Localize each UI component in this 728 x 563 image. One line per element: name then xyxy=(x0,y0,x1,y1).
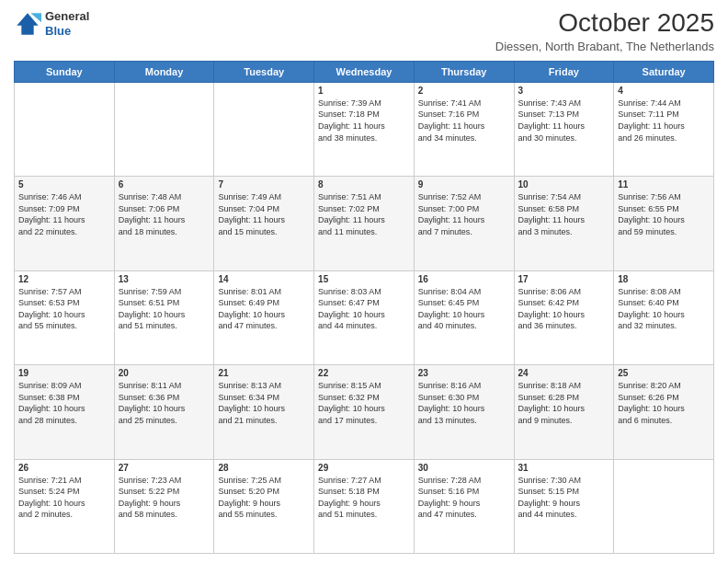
calendar-cell: 30Sunrise: 7:28 AM Sunset: 5:16 PM Dayli… xyxy=(414,459,514,553)
calendar-cell: 18Sunrise: 8:08 AM Sunset: 6:40 PM Dayli… xyxy=(614,270,714,364)
header: General Blue October 2025 Diessen, North… xyxy=(14,9,714,53)
day-content: Sunrise: 8:08 AM Sunset: 6:40 PM Dayligh… xyxy=(618,286,710,332)
calendar-cell: 15Sunrise: 8:03 AM Sunset: 6:47 PM Dayli… xyxy=(314,270,415,364)
day-content: Sunrise: 8:03 AM Sunset: 6:47 PM Dayligh… xyxy=(318,286,410,332)
calendar-cell: 7Sunrise: 7:49 AM Sunset: 7:04 PM Daylig… xyxy=(214,177,314,270)
day-content: Sunrise: 7:56 AM Sunset: 6:55 PM Dayligh… xyxy=(618,191,710,237)
calendar-cell xyxy=(114,82,214,176)
day-content: Sunrise: 8:16 AM Sunset: 6:30 PM Dayligh… xyxy=(418,380,510,426)
calendar-cell: 17Sunrise: 8:06 AM Sunset: 6:42 PM Dayli… xyxy=(514,270,614,364)
calendar-cell: 4Sunrise: 7:44 AM Sunset: 7:11 PM Daylig… xyxy=(614,82,714,176)
day-number: 4 xyxy=(618,86,710,96)
day-number: 3 xyxy=(518,86,610,96)
logo-text: General Blue xyxy=(45,9,89,38)
logo: General Blue xyxy=(14,9,89,38)
day-number: 11 xyxy=(618,179,710,190)
calendar: SundayMondayTuesdayWednesdayThursdayFrid… xyxy=(14,61,714,554)
calendar-cell xyxy=(614,459,714,553)
week-row-1: 1Sunrise: 7:39 AM Sunset: 7:18 PM Daylig… xyxy=(15,82,714,176)
weekday-header-row: SundayMondayTuesdayWednesdayThursdayFrid… xyxy=(15,61,714,82)
calendar-cell xyxy=(214,82,314,176)
day-number: 22 xyxy=(318,368,410,378)
day-number: 2 xyxy=(418,86,510,96)
day-number: 23 xyxy=(418,368,510,378)
day-content: Sunrise: 7:43 AM Sunset: 7:13 PM Dayligh… xyxy=(518,98,610,144)
week-row-4: 19Sunrise: 8:09 AM Sunset: 6:38 PM Dayli… xyxy=(15,365,714,459)
day-content: Sunrise: 7:48 AM Sunset: 7:06 PM Dayligh… xyxy=(119,191,210,237)
day-number: 21 xyxy=(218,368,310,378)
day-content: Sunrise: 7:51 AM Sunset: 7:02 PM Dayligh… xyxy=(318,191,410,237)
day-content: Sunrise: 7:28 AM Sunset: 5:16 PM Dayligh… xyxy=(418,475,510,521)
day-content: Sunrise: 8:04 AM Sunset: 6:45 PM Dayligh… xyxy=(418,286,510,332)
day-content: Sunrise: 7:21 AM Sunset: 5:24 PM Dayligh… xyxy=(18,475,110,521)
day-number: 14 xyxy=(218,274,310,284)
day-number: 8 xyxy=(318,179,410,190)
calendar-cell: 24Sunrise: 8:18 AM Sunset: 6:28 PM Dayli… xyxy=(514,365,614,459)
calendar-cell: 8Sunrise: 7:51 AM Sunset: 7:02 PM Daylig… xyxy=(314,177,415,270)
day-content: Sunrise: 7:41 AM Sunset: 7:16 PM Dayligh… xyxy=(418,98,510,144)
calendar-cell: 29Sunrise: 7:27 AM Sunset: 5:18 PM Dayli… xyxy=(314,459,415,553)
calendar-cell: 16Sunrise: 8:04 AM Sunset: 6:45 PM Dayli… xyxy=(414,270,514,364)
day-number: 20 xyxy=(119,368,210,378)
day-content: Sunrise: 8:13 AM Sunset: 6:34 PM Dayligh… xyxy=(218,380,310,426)
calendar-cell: 9Sunrise: 7:52 AM Sunset: 7:00 PM Daylig… xyxy=(414,177,514,270)
calendar-cell: 28Sunrise: 7:25 AM Sunset: 5:20 PM Dayli… xyxy=(214,459,314,553)
day-number: 1 xyxy=(318,86,410,96)
weekday-header-thursday: Thursday xyxy=(414,61,514,82)
day-number: 6 xyxy=(119,179,210,190)
calendar-cell: 27Sunrise: 7:23 AM Sunset: 5:22 PM Dayli… xyxy=(114,459,214,553)
calendar-cell: 22Sunrise: 8:15 AM Sunset: 6:32 PM Dayli… xyxy=(314,365,415,459)
calendar-cell xyxy=(15,82,115,176)
day-content: Sunrise: 7:59 AM Sunset: 6:51 PM Dayligh… xyxy=(119,286,210,332)
day-content: Sunrise: 7:52 AM Sunset: 7:00 PM Dayligh… xyxy=(418,191,510,237)
logo-line1: General xyxy=(45,9,89,24)
week-row-3: 12Sunrise: 7:57 AM Sunset: 6:53 PM Dayli… xyxy=(15,270,714,364)
day-number: 12 xyxy=(18,274,110,284)
day-content: Sunrise: 8:15 AM Sunset: 6:32 PM Dayligh… xyxy=(318,380,410,426)
weekday-header-wednesday: Wednesday xyxy=(314,61,415,82)
calendar-cell: 20Sunrise: 8:11 AM Sunset: 6:36 PM Dayli… xyxy=(114,365,214,459)
day-number: 19 xyxy=(18,368,110,378)
calendar-cell: 21Sunrise: 8:13 AM Sunset: 6:34 PM Dayli… xyxy=(214,365,314,459)
day-content: Sunrise: 8:01 AM Sunset: 6:49 PM Dayligh… xyxy=(218,286,310,332)
day-number: 7 xyxy=(218,179,310,190)
weekday-header-saturday: Saturday xyxy=(614,61,714,82)
calendar-cell: 5Sunrise: 7:46 AM Sunset: 7:09 PM Daylig… xyxy=(15,177,115,270)
calendar-cell: 13Sunrise: 7:59 AM Sunset: 6:51 PM Dayli… xyxy=(114,270,214,364)
week-row-5: 26Sunrise: 7:21 AM Sunset: 5:24 PM Dayli… xyxy=(15,459,714,553)
calendar-cell: 10Sunrise: 7:54 AM Sunset: 6:58 PM Dayli… xyxy=(514,177,614,270)
weekday-header-friday: Friday xyxy=(514,61,614,82)
day-content: Sunrise: 8:11 AM Sunset: 6:36 PM Dayligh… xyxy=(119,380,210,426)
day-number: 17 xyxy=(518,274,610,284)
day-number: 10 xyxy=(518,179,610,190)
day-number: 31 xyxy=(518,463,610,473)
day-content: Sunrise: 7:44 AM Sunset: 7:11 PM Dayligh… xyxy=(618,98,710,144)
day-number: 18 xyxy=(618,274,710,284)
page: General Blue October 2025 Diessen, North… xyxy=(0,0,728,563)
day-content: Sunrise: 7:39 AM Sunset: 7:18 PM Dayligh… xyxy=(318,98,410,144)
calendar-cell: 25Sunrise: 8:20 AM Sunset: 6:26 PM Dayli… xyxy=(614,365,714,459)
logo-line2: Blue xyxy=(45,24,89,39)
calendar-cell: 1Sunrise: 7:39 AM Sunset: 7:18 PM Daylig… xyxy=(314,82,415,176)
day-content: Sunrise: 7:57 AM Sunset: 6:53 PM Dayligh… xyxy=(18,286,110,332)
weekday-header-tuesday: Tuesday xyxy=(214,61,314,82)
day-content: Sunrise: 7:30 AM Sunset: 5:15 PM Dayligh… xyxy=(518,475,610,521)
calendar-cell: 3Sunrise: 7:43 AM Sunset: 7:13 PM Daylig… xyxy=(514,82,614,176)
day-content: Sunrise: 8:06 AM Sunset: 6:42 PM Dayligh… xyxy=(518,286,610,332)
day-content: Sunrise: 7:46 AM Sunset: 7:09 PM Dayligh… xyxy=(18,191,110,237)
day-number: 30 xyxy=(418,463,510,473)
day-content: Sunrise: 8:18 AM Sunset: 6:28 PM Dayligh… xyxy=(518,380,610,426)
calendar-cell: 6Sunrise: 7:48 AM Sunset: 7:06 PM Daylig… xyxy=(114,177,214,270)
day-number: 15 xyxy=(318,274,410,284)
day-content: Sunrise: 8:09 AM Sunset: 6:38 PM Dayligh… xyxy=(18,380,110,426)
subtitle: Diessen, North Brabant, The Netherlands xyxy=(495,40,714,53)
day-content: Sunrise: 7:54 AM Sunset: 6:58 PM Dayligh… xyxy=(518,191,610,237)
calendar-cell: 19Sunrise: 8:09 AM Sunset: 6:38 PM Dayli… xyxy=(15,365,115,459)
title-block: October 2025 Diessen, North Brabant, The… xyxy=(495,9,714,53)
day-number: 27 xyxy=(119,463,210,473)
day-number: 24 xyxy=(518,368,610,378)
main-title: October 2025 xyxy=(495,9,714,38)
day-number: 29 xyxy=(318,463,410,473)
day-content: Sunrise: 7:27 AM Sunset: 5:18 PM Dayligh… xyxy=(318,475,410,521)
day-content: Sunrise: 8:20 AM Sunset: 6:26 PM Dayligh… xyxy=(618,380,710,426)
